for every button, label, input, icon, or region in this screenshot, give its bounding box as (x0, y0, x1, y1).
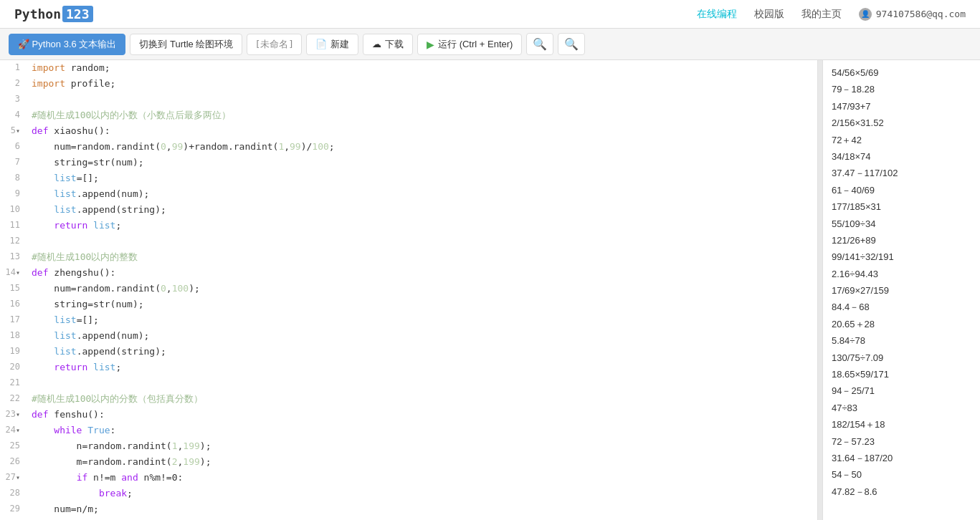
code-line-content[interactable]: #随机生成100以内的小数（小数点后最多两位） (29, 107, 817, 123)
list-item[interactable]: 47.82－8.6 (832, 483, 971, 500)
code-line-content[interactable]: list=[]; (29, 170, 817, 186)
code-line-content[interactable]: num=n/m; (29, 501, 817, 517)
code-token: 100 (312, 141, 328, 152)
tab-python36[interactable]: 🚀 Python 3.6 文本输出 (9, 34, 125, 55)
code-line-content[interactable]: string=str(num); (29, 155, 817, 170)
fold-arrow[interactable]: ▾ (16, 426, 20, 434)
list-item[interactable]: 177/185×31 (832, 198, 971, 215)
line-number: 8 (0, 170, 29, 186)
line-number: 9 (0, 186, 29, 202)
new-button[interactable]: 📄 新建 (306, 34, 358, 55)
list-item[interactable]: 47÷83 (832, 400, 971, 416)
tab-turtle[interactable]: 切换到 Turtle 绘图环境 (130, 34, 242, 55)
fold-arrow[interactable]: ▾ (16, 127, 20, 135)
code-line-content[interactable]: return list; (29, 360, 817, 375)
list-item[interactable]: 34/18×74 (832, 148, 971, 165)
code-line-content[interactable]: return list; (29, 218, 817, 233)
code-line-content[interactable]: list.append(string); (29, 344, 817, 360)
list-item[interactable]: 94－25/71 (832, 382, 971, 399)
code-token: 2 (172, 456, 178, 467)
list-item[interactable]: 147/93+7 (832, 98, 971, 115)
table-row: 1import random; (0, 60, 817, 76)
code-token (87, 362, 93, 372)
line-number: 25 (0, 438, 29, 454)
download-button[interactable]: ☁ 下载 (363, 34, 413, 55)
code-line-content[interactable]: n=random.randint(1,199); (29, 438, 817, 454)
list-item[interactable]: 72－57.23 (832, 433, 971, 450)
nav-link-online-coding[interactable]: 在线编程 (697, 8, 737, 21)
code-token: .append(num); (77, 330, 150, 341)
list-item[interactable]: 18.65×59/171 (832, 366, 971, 382)
code-line-content[interactable]: list.append(string); (29, 202, 817, 218)
code-token: 199 (183, 440, 199, 451)
list-item[interactable]: 2/156×31.52 (832, 115, 971, 131)
fold-arrow[interactable]: ▾ (16, 269, 20, 276)
code-line-content[interactable]: import random; (29, 60, 817, 76)
line-number: 15 (0, 281, 29, 297)
code-line-content[interactable]: num=random.randint(0,99)+random.randint(… (29, 139, 817, 155)
code-line-content[interactable]: list.append(num); (29, 328, 817, 344)
list-item[interactable]: 79－18.28 (832, 81, 971, 97)
code-line-content[interactable]: if n!=m and n%m!=0: (29, 470, 817, 486)
code-line-content[interactable]: import profile; (29, 76, 817, 92)
code-line-content[interactable] (29, 375, 817, 391)
line-number: 28 (0, 486, 29, 501)
list-item[interactable]: 37.47－117/102 (832, 165, 971, 181)
code-editor[interactable]: 1import random;2import profile;3 4#随机生成1… (0, 60, 818, 520)
zoom-in-button[interactable]: 🔍 (526, 33, 553, 55)
code-token: list (54, 314, 76, 325)
code-line-content[interactable]: list.append(num); (29, 186, 817, 202)
code-line-content[interactable]: string=str(num); (29, 297, 817, 312)
code-token: ; (127, 488, 133, 499)
list-item[interactable]: 2.16÷94.43 (832, 266, 971, 282)
code-token: ); (200, 440, 211, 451)
code-token: string=str(num); (32, 299, 144, 309)
list-item[interactable]: 17/69×27/159 (832, 282, 971, 299)
code-line-content[interactable]: def fenshu(): (29, 407, 817, 423)
code-line-content[interactable]: m=random.randint(2,199); (29, 454, 817, 470)
zoom-out-button[interactable]: 🔍 (558, 33, 585, 55)
code-line-content[interactable]: def zhengshu(): (29, 265, 817, 281)
code-token: True (87, 425, 110, 435)
list-item[interactable]: 20.65＋28 (832, 316, 971, 332)
nav-user: 👤 974107586@qq.com (859, 8, 966, 21)
table-row: 19 list.append(string); (0, 344, 817, 360)
code-token (32, 314, 54, 325)
list-item[interactable]: 72＋42 (832, 132, 971, 148)
line-number: 21 (0, 375, 29, 391)
code-token: random; (65, 62, 110, 73)
code-line-content[interactable]: break; (29, 486, 817, 501)
fold-arrow[interactable]: ▾ (16, 473, 20, 481)
nav-link-my-home[interactable]: 我的主页 (801, 8, 842, 21)
nav-link-campus[interactable]: 校园版 (754, 8, 784, 21)
table-row: 2import profile; (0, 76, 817, 92)
fold-arrow[interactable]: ▾ (16, 410, 20, 418)
code-line-content[interactable]: #随机生成100以内的整数 (29, 249, 817, 265)
list-item[interactable]: 182/154＋18 (832, 416, 971, 433)
code-line-content[interactable]: def xiaoshu(): (29, 123, 817, 139)
list-item[interactable]: 121/26+89 (832, 232, 971, 249)
code-line-content[interactable]: #随机生成100以内的分数（包括真分数） (29, 391, 817, 407)
table-row: 17 list=[]; (0, 312, 817, 328)
code-line-content[interactable] (29, 92, 817, 107)
line-number: 2 (0, 76, 29, 92)
list-item[interactable]: 54－50 (832, 466, 971, 483)
code-line-content[interactable]: list=[]; (29, 312, 817, 328)
list-item[interactable]: 54/56×5/69 (832, 64, 971, 81)
line-number: 14▾ (0, 265, 29, 281)
code-line-content[interactable]: string=str(n)+"/"+str(m); (29, 517, 817, 520)
list-item[interactable]: 31.64－187/20 (832, 450, 971, 466)
code-line-content[interactable]: while True: (29, 423, 817, 438)
list-item[interactable]: 99/141÷32/191 (832, 249, 971, 265)
list-item[interactable]: 5.84÷78 (832, 332, 971, 349)
code-token: n=random.randint( (32, 440, 172, 451)
list-item[interactable]: 61－40/69 (832, 182, 971, 198)
code-line-content[interactable] (29, 233, 817, 249)
list-item[interactable]: 84.4－68 (832, 299, 971, 315)
table-row: 7 string=str(num); (0, 155, 817, 170)
code-line-content[interactable]: num=random.randint(0,100); (29, 281, 817, 297)
list-item[interactable]: 55/109÷34 (832, 216, 971, 232)
run-button[interactable]: ▶ 运行 (Ctrl + Enter) (417, 34, 522, 55)
code-token: ); (189, 283, 200, 294)
list-item[interactable]: 130/75÷7.09 (832, 350, 971, 366)
